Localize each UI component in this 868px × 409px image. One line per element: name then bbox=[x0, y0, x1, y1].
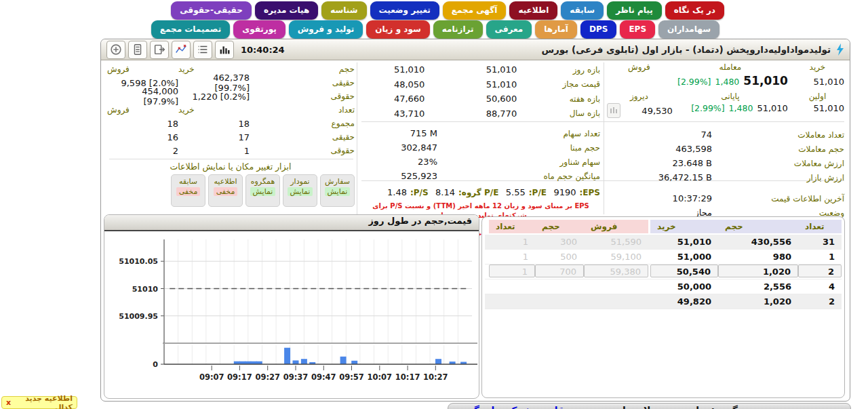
toggle-panel-button[interactable]: سفارش نمایش bbox=[320, 174, 355, 207]
header-close: پایانی bbox=[673, 92, 788, 103]
nav-tab[interactable]: هیات مدیره bbox=[255, 1, 318, 20]
nav-tab[interactable]: آگهی مجمع bbox=[443, 1, 507, 20]
fundamental-value: 5.55 bbox=[506, 187, 526, 197]
page-title: تولیدمواداولیه‌داروپخش (دتماد) - بازار ا… bbox=[541, 44, 831, 55]
orderbook-row[interactable]: 2 1,020 49,820 bbox=[485, 294, 842, 309]
scatter-chart-icon[interactable] bbox=[172, 41, 191, 59]
header-count: تعداد bbox=[317, 105, 355, 115]
stat-value: 74 bbox=[637, 130, 719, 140]
header-yesterday: دیروز bbox=[606, 92, 673, 103]
orderbook-row[interactable]: 31 430,556 51,010 51,590 300 1 bbox=[485, 235, 842, 250]
orderbook-row[interactable]: 2 1,020 50,540 59,380 700 1 bbox=[485, 265, 842, 279]
sell-count bbox=[489, 294, 535, 309]
nav-tab[interactable]: ترازنامه bbox=[433, 20, 483, 39]
fundamental-label: P/E گروه: bbox=[458, 188, 498, 197]
header-buy-price: خرید bbox=[650, 220, 718, 233]
nav-tab[interactable]: اطلاعیه bbox=[509, 1, 557, 20]
nav-tab[interactable]: آمارها bbox=[535, 20, 577, 39]
nav-tab[interactable]: معرفی bbox=[486, 20, 532, 39]
sell-volume bbox=[535, 279, 584, 294]
range-value-1: 51,010 bbox=[455, 64, 547, 75]
stat-value: 10:37:29 bbox=[637, 193, 719, 203]
row-label: مجموع bbox=[317, 119, 355, 128]
toggle-panel-button[interactable]: همگروه نمایش bbox=[245, 174, 280, 207]
nav-tab[interactable]: سود و زیان bbox=[366, 20, 429, 39]
range-row: بازه سال 88,770 43,710 bbox=[361, 106, 600, 121]
nav-tab[interactable]: پورتفوی bbox=[233, 20, 285, 39]
toggle-state: مخفی bbox=[176, 187, 201, 196]
sell-volume: 500 bbox=[535, 250, 584, 264]
range-value-2: 48,050 bbox=[361, 79, 455, 90]
nav-tab[interactable]: سابقه bbox=[561, 1, 604, 20]
header-sell: فروش bbox=[606, 62, 673, 74]
toggle-panel-button[interactable]: سابقه مخفی bbox=[171, 174, 205, 207]
list-icon[interactable] bbox=[193, 41, 212, 59]
price-ranges: بازه روز 51,010 51,010 قیمت مجاز 51,010 … bbox=[361, 62, 600, 238]
bar-chart-icon[interactable] bbox=[215, 41, 234, 59]
stat-label: ارزش بازار bbox=[719, 173, 844, 182]
stat-row: سهام شناور 23% bbox=[361, 155, 600, 169]
range-value-2: 43,710 bbox=[361, 109, 455, 119]
sell-price: 51,590 bbox=[584, 235, 648, 249]
range-row: بازه هفته 50,600 47,660 bbox=[361, 92, 600, 106]
orderbook-rows: 31 430,556 51,010 51,590 300 1 1 980 51,… bbox=[485, 235, 842, 309]
toggle-panel-button[interactable]: نمودار نمایش bbox=[283, 174, 317, 207]
nav-tab[interactable]: تولید و فروش bbox=[289, 20, 363, 39]
nav-tab[interactable]: شناسه bbox=[321, 1, 366, 20]
svg-text:09:57: 09:57 bbox=[339, 372, 364, 382]
price-history-icon[interactable] bbox=[607, 103, 620, 118]
export-page-icon[interactable] bbox=[150, 41, 169, 59]
buy-value: 462,378 [99.7%] bbox=[178, 73, 250, 93]
close-icon[interactable]: x bbox=[6, 398, 11, 407]
stat-value: 302,847 bbox=[364, 142, 468, 153]
header-sell: فروش bbox=[107, 105, 178, 115]
nav-tab[interactable]: سهامداران bbox=[658, 20, 719, 39]
client-type-row: حقوقی 1,220 [0.2%] 454,000 [97.9%] bbox=[106, 90, 355, 103]
svg-text:51010.05: 51010.05 bbox=[119, 257, 158, 266]
calculator-icon[interactable] bbox=[128, 41, 147, 59]
header-sell-volume: حجم bbox=[535, 220, 584, 233]
buy-price: 50,540 bbox=[650, 265, 718, 277]
header-buy-volume: حجم bbox=[718, 220, 798, 233]
nav-tab[interactable]: EPS bbox=[620, 20, 655, 39]
orderbook-row[interactable]: 1 980 51,000 59,100 500 1 bbox=[485, 250, 842, 265]
stat-label: تعداد معاملات bbox=[719, 130, 844, 140]
range-label: بازه سال bbox=[547, 109, 600, 118]
buy-volume: 1,020 bbox=[718, 265, 798, 277]
instrument-panel: تولیدمواداولیه‌داروپخش (دتماد) - بازار ا… bbox=[100, 39, 850, 402]
nav-tab[interactable]: پیام ناظر bbox=[607, 1, 662, 20]
range-label: بازه هفته bbox=[547, 94, 600, 104]
nav-tab[interactable]: تصمیمات مجمع bbox=[151, 20, 230, 39]
last-change: 1,480 bbox=[715, 77, 740, 87]
codal-notification[interactable]: اطلاعیه جدید کدال x bbox=[1, 396, 77, 409]
buy-count: 31 bbox=[798, 235, 842, 249]
next-window-header[interactable]: مقایسه شرکت‌های گروه گروه:مواد و محصولات… bbox=[448, 403, 851, 409]
header-volume: حجم bbox=[317, 64, 355, 74]
orderbook-row[interactable]: 4 2,556 50,000 bbox=[485, 279, 842, 294]
orderbook-panel: تعداد حجم خرید فروش حجم تعداد 31 430,556… bbox=[481, 216, 845, 398]
stat-row: حجم مبنا 302,847 bbox=[361, 140, 600, 155]
client-type-row: حقیقی 17 16 bbox=[106, 130, 355, 144]
svg-text:10:27: 10:27 bbox=[423, 372, 448, 382]
nav-tab[interactable]: در یک نگاه bbox=[665, 1, 724, 20]
sell-price: 59,380 bbox=[584, 265, 648, 277]
header-sell-count: تعداد bbox=[489, 220, 535, 233]
price-volume-chart: 51010.055101051009.95009:0709:1709:2709:… bbox=[106, 231, 479, 397]
buy-value: 1,220 [0.2%] bbox=[178, 92, 250, 102]
add-icon[interactable] bbox=[106, 41, 125, 59]
nav-tab[interactable]: حقیقی-حقوقی bbox=[171, 1, 252, 20]
row-label: حقیقی bbox=[317, 78, 355, 87]
range-value-1: 50,600 bbox=[455, 94, 547, 104]
nav-tab[interactable]: DPS bbox=[580, 20, 616, 39]
nav-tab[interactable]: تغییر وضعیت bbox=[370, 1, 439, 20]
row-label: حقوقی bbox=[317, 92, 355, 101]
toggle-panel-button[interactable]: اطلاعیه مخفی bbox=[208, 174, 243, 207]
last-price-info: آخرین اطلاعات قیمت 10:37:29 وضعیت مجاز bbox=[606, 191, 844, 220]
stat-value: 715 M bbox=[364, 128, 468, 138]
fundamental-value: 8.14 bbox=[435, 187, 455, 197]
toggle-state: نمایش bbox=[325, 187, 351, 196]
svg-text:51009.95: 51009.95 bbox=[119, 312, 158, 321]
header-sell: فروش bbox=[107, 64, 178, 74]
stat-label: حجم مبنا bbox=[468, 143, 600, 153]
compare-group-link[interactable]: مقایسه شرکت‌های گروه bbox=[456, 404, 571, 409]
